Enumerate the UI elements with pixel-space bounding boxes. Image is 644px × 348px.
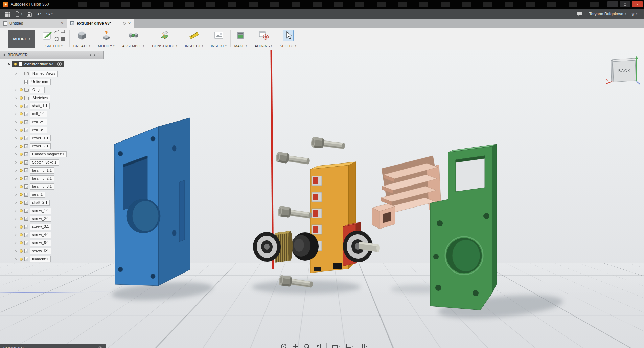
create-menu[interactable]: CREATE▾ xyxy=(73,44,90,48)
visibility-bulb-icon[interactable] xyxy=(20,96,23,100)
viewports-button[interactable]: ▾ xyxy=(357,343,370,348)
workspace-switcher[interactable]: MODEL ▾ xyxy=(8,30,35,48)
inspect-menu[interactable]: INSPECT▾ xyxy=(185,44,203,48)
file-menu-button[interactable]: ▾ xyxy=(13,10,24,18)
browser-item-label[interactable]: coil_3:1 xyxy=(30,127,47,133)
expand-arrow-icon[interactable]: ▷ xyxy=(15,105,20,108)
panel-grip-icon[interactable]: ⋮ xyxy=(97,53,100,57)
browser-item-label[interactable]: cover_2:1 xyxy=(30,143,51,149)
browser-item-label[interactable]: coil_1:1 xyxy=(30,111,47,117)
tab-extruder-drive[interactable]: extruder drive v3* × xyxy=(67,19,134,28)
feedback-button[interactable] xyxy=(575,10,584,18)
browser-item-label[interactable]: filament:1 xyxy=(30,256,51,262)
sketch-rectangle-icon[interactable] xyxy=(60,29,66,36)
browser-item-label[interactable]: Scotch_yoke:1 xyxy=(30,159,59,166)
browser-item[interactable]: ▷screw_5:1 xyxy=(15,239,67,247)
maximize-button[interactable]: □ xyxy=(620,1,630,7)
pan-button[interactable] xyxy=(290,343,300,348)
visibility-bulb-icon[interactable] xyxy=(20,185,23,188)
redo-button[interactable]: ↷ ▾ xyxy=(45,10,54,18)
tab-untitled[interactable]: Untitled × xyxy=(0,19,67,28)
browser-item-label[interactable]: bearing_1:1 xyxy=(30,167,54,173)
browser-item[interactable]: ▷screw_4:1 xyxy=(15,231,67,239)
comments-bar[interactable]: COMMENTS xyxy=(0,344,106,348)
visibility-bulb-icon[interactable] xyxy=(20,169,23,172)
browser-item[interactable]: ▷gear:1 xyxy=(15,191,67,199)
browser-item-label[interactable]: cover_1:1 xyxy=(30,135,51,141)
modify-menu[interactable]: MODIFY▾ xyxy=(98,44,115,48)
3d-canvas[interactable]: X BACK BROWSER ⋮ ▶ extruder drive v3 xyxy=(0,50,644,348)
save-button[interactable] xyxy=(25,10,34,18)
expand-arrow-icon[interactable]: ▷ xyxy=(15,129,20,132)
expand-arrow-icon[interactable]: ▷ xyxy=(15,145,20,148)
expand-arrow-icon[interactable]: ▷ xyxy=(15,169,20,172)
user-menu[interactable]: Tatyana Bulgakova ▾ xyxy=(589,12,626,16)
expand-arrow-icon[interactable]: ▷ xyxy=(15,112,20,115)
expand-arrow-icon[interactable]: ▷ xyxy=(15,193,20,196)
visibility-bulb-icon[interactable] xyxy=(20,129,23,132)
browser-item[interactable]: ▷bearing_2:1 xyxy=(15,174,67,182)
close-button[interactable]: × xyxy=(632,1,643,7)
browser-item-label[interactable]: Sketches xyxy=(30,95,50,101)
expand-arrow-icon[interactable]: ▷ xyxy=(15,233,20,236)
sketch-spline-icon[interactable] xyxy=(54,29,60,36)
expand-arrow-icon[interactable]: ▷ xyxy=(15,88,20,91)
browser-item-label[interactable]: screw_5:1 xyxy=(30,240,51,246)
browser-item[interactable]: ▷Named Views xyxy=(15,70,67,78)
browser-header[interactable]: BROWSER ⋮ xyxy=(0,51,104,59)
browser-item[interactable]: ▷cover_2:1 xyxy=(15,142,67,150)
browser-item-label[interactable]: shaft_1:1 xyxy=(30,103,50,109)
sketch-circle-icon[interactable] xyxy=(54,36,60,43)
expand-arrow-icon[interactable]: ▷ xyxy=(15,225,20,229)
app-grid-button[interactable] xyxy=(3,10,12,18)
assemble-menu[interactable]: ASSEMBLE▾ xyxy=(122,44,144,48)
browser-item-label[interactable]: screw_1:1 xyxy=(30,208,51,214)
addins-menu[interactable]: ADD-INS▾ xyxy=(255,44,272,48)
expand-arrow-icon[interactable]: ▷ xyxy=(15,177,20,180)
browser-item-label[interactable]: screw_6:1 xyxy=(30,248,51,254)
browser-item[interactable]: ▷screw_6:1 xyxy=(15,247,67,255)
collapse-panel-icon[interactable] xyxy=(3,53,5,56)
browser-item-label[interactable]: Units: mm xyxy=(29,79,51,85)
expand-arrow-icon[interactable]: ▷ xyxy=(15,185,20,188)
zoom-button[interactable] xyxy=(302,343,312,348)
visibility-bulb-icon[interactable] xyxy=(20,258,23,261)
browser-item-label[interactable]: screw_3:1 xyxy=(30,224,51,230)
expand-arrow-icon[interactable]: ▷ xyxy=(15,217,20,220)
visibility-bulb-icon[interactable] xyxy=(20,112,23,115)
expand-arrow-icon[interactable]: ▷ xyxy=(15,161,20,164)
browser-item[interactable]: ▷Sketches xyxy=(15,94,67,102)
browser-item[interactable]: ▷screw_3:1 xyxy=(15,223,67,231)
insert-menu[interactable]: INSERT▾ xyxy=(211,44,227,48)
measure-icon[interactable] xyxy=(189,30,199,40)
browser-item[interactable]: Units: mm xyxy=(15,78,67,86)
minimize-button[interactable]: – xyxy=(607,1,618,7)
browser-item-label[interactable]: bearing_3:1 xyxy=(30,183,54,190)
close-tab-icon[interactable]: × xyxy=(61,21,63,25)
create-sketch-icon[interactable] xyxy=(42,31,52,41)
viewcube[interactable]: X BACK xyxy=(605,52,641,89)
part-blue-housing[interactable] xyxy=(114,118,190,286)
visibility-bulb-icon[interactable] xyxy=(20,88,23,91)
browser-item-label[interactable]: coil_2:1 xyxy=(30,119,47,125)
activate-component-icon[interactable] xyxy=(58,62,62,66)
browser-item-label[interactable]: gear:1 xyxy=(30,192,45,198)
expand-arrow-icon[interactable]: ▷ xyxy=(15,137,20,140)
browser-item[interactable]: ▷Scotch_yoke:1 xyxy=(15,158,67,167)
expand-arrow-icon[interactable]: ▷ xyxy=(15,209,20,212)
browser-item-label[interactable]: bearing_2:1 xyxy=(30,175,54,181)
expand-arrow-icon[interactable]: ▷ xyxy=(15,121,20,124)
browser-item[interactable]: ▷bearing_3:1 xyxy=(15,182,67,191)
make-menu[interactable]: MAKE▾ xyxy=(234,44,247,48)
undo-button[interactable]: ↶ xyxy=(35,10,44,18)
visibility-bulb-icon[interactable] xyxy=(20,177,23,180)
orbit-button[interactable] xyxy=(279,343,289,348)
visibility-bulb-icon[interactable] xyxy=(20,137,23,140)
browser-item[interactable]: ▷shaft_1:1 xyxy=(15,102,67,110)
select-tool-active[interactable] xyxy=(283,30,294,41)
comments-toggle-icon[interactable] xyxy=(98,346,102,348)
browser-item[interactable]: ▷shaft_2:1 xyxy=(15,199,67,207)
expand-arrow-icon[interactable]: ▷ xyxy=(15,258,20,261)
addins-gear-icon[interactable] xyxy=(258,30,269,40)
construction-plane-icon[interactable] xyxy=(160,30,170,40)
